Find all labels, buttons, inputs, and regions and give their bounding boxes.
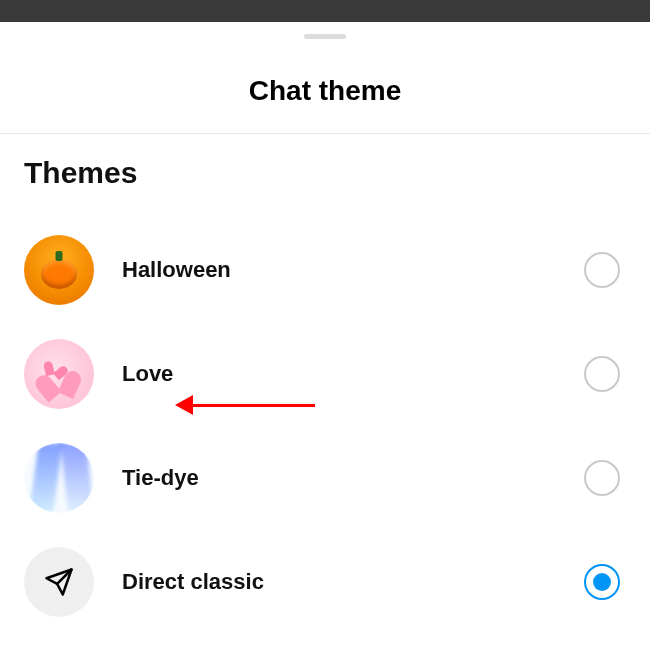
sheet-grabber[interactable]: [304, 34, 346, 39]
theme-swatch-tie-dye: [24, 443, 94, 513]
theme-swatch-direct-classic: [24, 547, 94, 617]
theme-radio-love[interactable]: [584, 356, 620, 392]
section-title: Themes: [24, 156, 626, 190]
theme-sheet: Chat theme Themes Halloween Love: [0, 34, 650, 634]
paper-plane-icon: [44, 567, 74, 597]
theme-row-direct-classic[interactable]: Direct classic: [24, 530, 626, 634]
theme-swatch-love: [24, 339, 94, 409]
status-bar-dim: [0, 0, 650, 22]
heart-icon: [41, 364, 75, 396]
theme-row-love[interactable]: Love: [24, 322, 626, 426]
theme-radio-halloween[interactable]: [584, 252, 620, 288]
theme-label: Halloween: [122, 257, 584, 283]
theme-label: Direct classic: [122, 569, 584, 595]
theme-swatch-halloween: [24, 235, 94, 305]
theme-label: Love: [122, 361, 584, 387]
theme-radio-tie-dye[interactable]: [584, 460, 620, 496]
theme-list: Halloween Love Tie-dye: [24, 218, 626, 634]
page-title: Chat theme: [0, 75, 650, 107]
theme-row-halloween[interactable]: Halloween: [24, 218, 626, 322]
theme-radio-direct-classic[interactable]: [584, 564, 620, 600]
pumpkin-icon: [41, 259, 77, 289]
theme-row-tie-dye[interactable]: Tie-dye: [24, 426, 626, 530]
theme-label: Tie-dye: [122, 465, 584, 491]
